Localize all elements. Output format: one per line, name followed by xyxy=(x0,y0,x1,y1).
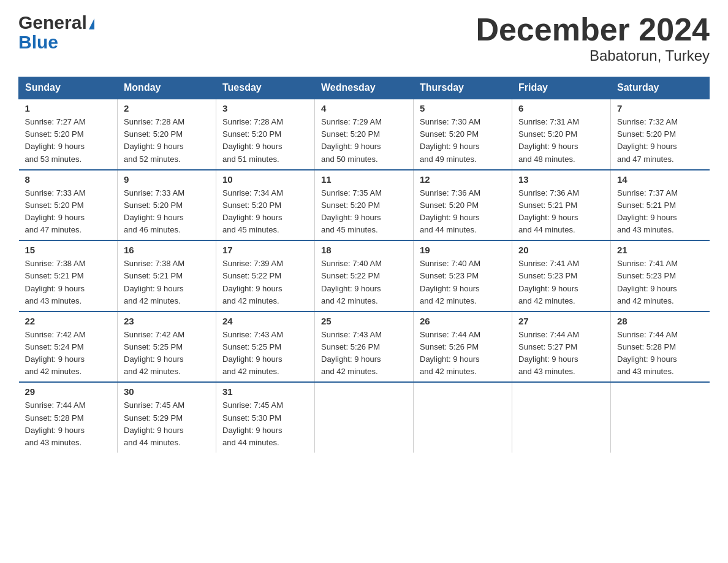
day-info: Sunrise: 7:44 AMSunset: 5:28 PMDaylight:… xyxy=(25,399,112,449)
day-number: 9 xyxy=(124,174,210,185)
calendar-cell: 30Sunrise: 7:45 AMSunset: 5:29 PMDayligh… xyxy=(118,382,216,453)
day-info: Sunrise: 7:36 AMSunset: 5:20 PMDaylight:… xyxy=(420,187,506,237)
day-number: 17 xyxy=(222,245,308,255)
day-number: 15 xyxy=(25,245,112,255)
calendar-cell: 22Sunrise: 7:42 AMSunset: 5:24 PMDayligh… xyxy=(19,312,118,383)
calendar-cell xyxy=(315,382,414,453)
day-info: Sunrise: 7:44 AMSunset: 5:26 PMDaylight:… xyxy=(420,329,506,378)
day-number: 21 xyxy=(617,245,703,255)
calendar-cell: 1Sunrise: 7:27 AMSunset: 5:20 PMDaylight… xyxy=(19,99,118,170)
day-info: Sunrise: 7:36 AMSunset: 5:21 PMDaylight:… xyxy=(518,187,604,237)
day-number: 3 xyxy=(222,103,308,113)
calendar-header-wednesday: Wednesday xyxy=(315,77,414,99)
day-number: 7 xyxy=(617,103,703,113)
calendar-cell: 7Sunrise: 7:32 AMSunset: 5:20 PMDaylight… xyxy=(611,99,710,170)
day-info: Sunrise: 7:30 AMSunset: 5:20 PMDaylight:… xyxy=(420,116,506,166)
calendar-cell xyxy=(414,382,512,453)
calendar-cell: 27Sunrise: 7:44 AMSunset: 5:27 PMDayligh… xyxy=(512,312,611,383)
calendar-cell: 4Sunrise: 7:29 AMSunset: 5:20 PMDaylight… xyxy=(315,99,414,170)
day-number: 2 xyxy=(124,103,210,113)
day-info: Sunrise: 7:45 AMSunset: 5:30 PMDaylight:… xyxy=(222,399,308,449)
calendar-cell: 8Sunrise: 7:33 AMSunset: 5:20 PMDaylight… xyxy=(19,170,118,241)
day-number: 4 xyxy=(321,103,407,113)
day-info: Sunrise: 7:35 AMSunset: 5:20 PMDaylight:… xyxy=(321,187,407,237)
day-number: 11 xyxy=(321,174,407,185)
day-number: 23 xyxy=(124,316,210,326)
page-title: December 2024 xyxy=(476,12,710,47)
day-number: 6 xyxy=(518,103,604,113)
day-number: 20 xyxy=(518,245,604,255)
calendar-table: SundayMondayTuesdayWednesdayThursdayFrid… xyxy=(18,77,710,453)
calendar-week-row: 29Sunrise: 7:44 AMSunset: 5:28 PMDayligh… xyxy=(19,382,710,453)
day-info: Sunrise: 7:34 AMSunset: 5:20 PMDaylight:… xyxy=(222,187,308,237)
day-number: 16 xyxy=(124,245,210,255)
calendar-header-friday: Friday xyxy=(512,77,611,99)
calendar-header-tuesday: Tuesday xyxy=(216,77,315,99)
calendar-cell: 26Sunrise: 7:44 AMSunset: 5:26 PMDayligh… xyxy=(414,312,512,383)
calendar-header-row: SundayMondayTuesdayWednesdayThursdayFrid… xyxy=(19,77,710,99)
day-info: Sunrise: 7:33 AMSunset: 5:20 PMDaylight:… xyxy=(25,187,112,237)
day-info: Sunrise: 7:31 AMSunset: 5:20 PMDaylight:… xyxy=(518,116,604,166)
day-info: Sunrise: 7:38 AMSunset: 5:21 PMDaylight:… xyxy=(124,258,210,307)
day-number: 19 xyxy=(420,245,506,255)
calendar-header-sunday: Sunday xyxy=(19,77,118,99)
calendar-cell: 12Sunrise: 7:36 AMSunset: 5:20 PMDayligh… xyxy=(414,170,512,241)
day-number: 22 xyxy=(25,316,112,326)
day-number: 1 xyxy=(25,103,112,113)
calendar-cell: 14Sunrise: 7:37 AMSunset: 5:21 PMDayligh… xyxy=(611,170,710,241)
calendar-cell: 16Sunrise: 7:38 AMSunset: 5:21 PMDayligh… xyxy=(118,240,216,312)
day-info: Sunrise: 7:33 AMSunset: 5:20 PMDaylight:… xyxy=(124,187,210,237)
day-number: 26 xyxy=(420,316,506,326)
calendar-cell: 18Sunrise: 7:40 AMSunset: 5:22 PMDayligh… xyxy=(315,240,414,312)
day-info: Sunrise: 7:27 AMSunset: 5:20 PMDaylight:… xyxy=(25,116,112,166)
day-info: Sunrise: 7:28 AMSunset: 5:20 PMDaylight:… xyxy=(222,116,308,166)
day-number: 8 xyxy=(25,174,112,185)
calendar-header-monday: Monday xyxy=(118,77,216,99)
calendar-cell: 21Sunrise: 7:41 AMSunset: 5:23 PMDayligh… xyxy=(611,240,710,312)
calendar-cell: 3Sunrise: 7:28 AMSunset: 5:20 PMDaylight… xyxy=(216,99,315,170)
day-info: Sunrise: 7:28 AMSunset: 5:20 PMDaylight:… xyxy=(124,116,210,166)
day-number: 31 xyxy=(222,386,308,397)
calendar-header-thursday: Thursday xyxy=(414,77,512,99)
calendar-header-saturday: Saturday xyxy=(611,77,710,99)
calendar-week-row: 8Sunrise: 7:33 AMSunset: 5:20 PMDaylight… xyxy=(19,170,710,241)
calendar-cell: 24Sunrise: 7:43 AMSunset: 5:25 PMDayligh… xyxy=(216,312,315,383)
day-number: 24 xyxy=(222,316,308,326)
day-info: Sunrise: 7:44 AMSunset: 5:28 PMDaylight:… xyxy=(617,329,703,378)
day-info: Sunrise: 7:43 AMSunset: 5:26 PMDaylight:… xyxy=(321,329,407,378)
logo-blue: Blue xyxy=(18,33,58,52)
page-header: General Blue December 2024 Babatorun, Tu… xyxy=(18,12,710,64)
calendar-cell: 25Sunrise: 7:43 AMSunset: 5:26 PMDayligh… xyxy=(315,312,414,383)
calendar-cell: 23Sunrise: 7:42 AMSunset: 5:25 PMDayligh… xyxy=(118,312,216,383)
day-info: Sunrise: 7:40 AMSunset: 5:23 PMDaylight:… xyxy=(420,258,506,307)
calendar-week-row: 15Sunrise: 7:38 AMSunset: 5:21 PMDayligh… xyxy=(19,240,710,312)
calendar-cell xyxy=(611,382,710,453)
day-info: Sunrise: 7:41 AMSunset: 5:23 PMDaylight:… xyxy=(617,258,703,307)
calendar-cell: 15Sunrise: 7:38 AMSunset: 5:21 PMDayligh… xyxy=(19,240,118,312)
calendar-cell: 19Sunrise: 7:40 AMSunset: 5:23 PMDayligh… xyxy=(414,240,512,312)
calendar-cell: 2Sunrise: 7:28 AMSunset: 5:20 PMDaylight… xyxy=(118,99,216,170)
day-number: 29 xyxy=(25,386,112,397)
logo: General Blue xyxy=(18,12,94,52)
calendar-cell: 29Sunrise: 7:44 AMSunset: 5:28 PMDayligh… xyxy=(19,382,118,453)
calendar-cell: 9Sunrise: 7:33 AMSunset: 5:20 PMDaylight… xyxy=(118,170,216,241)
day-info: Sunrise: 7:43 AMSunset: 5:25 PMDaylight:… xyxy=(222,329,308,378)
calendar-cell: 20Sunrise: 7:41 AMSunset: 5:23 PMDayligh… xyxy=(512,240,611,312)
calendar-cell: 6Sunrise: 7:31 AMSunset: 5:20 PMDaylight… xyxy=(512,99,611,170)
day-number: 25 xyxy=(321,316,407,326)
page-subtitle: Babatorun, Turkey xyxy=(476,47,710,64)
day-number: 12 xyxy=(420,174,506,185)
calendar-cell: 31Sunrise: 7:45 AMSunset: 5:30 PMDayligh… xyxy=(216,382,315,453)
calendar-cell: 28Sunrise: 7:44 AMSunset: 5:28 PMDayligh… xyxy=(611,312,710,383)
day-info: Sunrise: 7:29 AMSunset: 5:20 PMDaylight:… xyxy=(321,116,407,166)
day-number: 14 xyxy=(617,174,703,185)
calendar-week-row: 1Sunrise: 7:27 AMSunset: 5:20 PMDaylight… xyxy=(19,99,710,170)
calendar-cell: 13Sunrise: 7:36 AMSunset: 5:21 PMDayligh… xyxy=(512,170,611,241)
day-number: 10 xyxy=(222,174,308,185)
day-info: Sunrise: 7:45 AMSunset: 5:29 PMDaylight:… xyxy=(124,399,210,449)
day-info: Sunrise: 7:32 AMSunset: 5:20 PMDaylight:… xyxy=(617,116,703,166)
logo-general: General xyxy=(18,12,87,33)
calendar-week-row: 22Sunrise: 7:42 AMSunset: 5:24 PMDayligh… xyxy=(19,312,710,383)
day-info: Sunrise: 7:42 AMSunset: 5:24 PMDaylight:… xyxy=(25,329,112,378)
day-number: 5 xyxy=(420,103,506,113)
